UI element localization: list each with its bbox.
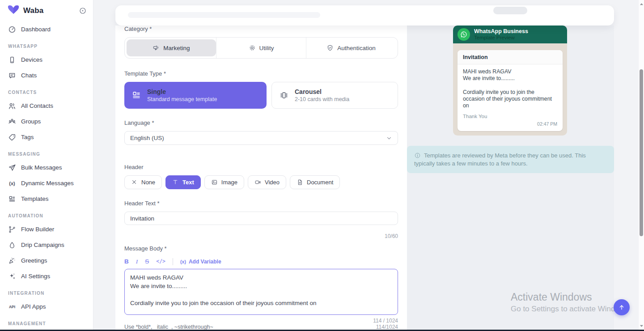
- scrolled-heading-ghost: [128, 12, 320, 18]
- header-label: Header: [124, 164, 398, 171]
- formatting-toolbar: B I S </> (x) Add Variable: [124, 258, 398, 265]
- user-group-icon: [8, 118, 16, 126]
- sidebar-item-label: Greetings: [21, 257, 47, 264]
- scroll-up-arrow-icon[interactable]: [640, 2, 644, 6]
- sidebar-item-greetings[interactable]: Greetings: [0, 253, 93, 268]
- sidebar-item-templates[interactable]: Templates: [0, 191, 93, 207]
- strikethrough-button[interactable]: S: [145, 258, 149, 265]
- sidebar-item-label: AI Settings: [21, 273, 50, 280]
- scroll-to-top-button[interactable]: [614, 299, 630, 315]
- tile-subtitle: Standard message template: [147, 96, 217, 102]
- sidebar-item-label: Templates: [21, 195, 49, 202]
- category-option-label: Marketing: [163, 45, 190, 51]
- sidebar-section-automation: AUTOMATION: [0, 213, 93, 218]
- scrolled-pill-ghost: [493, 7, 527, 14]
- sidebar-item-tags[interactable]: Tags: [0, 129, 93, 145]
- preview-title: WhatsApp Business: [474, 28, 528, 34]
- italic-button[interactable]: I: [136, 258, 138, 265]
- arrow-up-icon: [618, 304, 625, 311]
- smartphone-icon: [8, 56, 16, 64]
- flow-icon: [8, 225, 16, 233]
- document-icon: [297, 179, 303, 186]
- whatsapp-icon: [458, 28, 470, 41]
- header-text-label: Header Text *: [124, 200, 398, 207]
- sidebar-item-label: Dashboard: [21, 26, 51, 33]
- sidebar-item-devices[interactable]: Devices: [0, 52, 93, 68]
- info-icon: [414, 152, 421, 159]
- message-body-meta: Use *bold*, _italic_, ~strikethrough~ 11…: [124, 318, 398, 330]
- category-option-utility[interactable]: Utility: [216, 39, 306, 56]
- gauge-icon: [8, 25, 16, 34]
- sidebar-item-label: Flow Builder: [21, 226, 54, 233]
- image-icon: [211, 179, 218, 186]
- app-title: Waba: [23, 6, 44, 15]
- bubble-timestamp: 02:47 PM: [458, 119, 563, 131]
- header-option-document[interactable]: Document: [290, 175, 340, 189]
- counter-line: 114 / 1024: [373, 318, 398, 324]
- page-scrollbar[interactable]: [638, 0, 644, 331]
- category-option-marketing[interactable]: Marketing: [127, 39, 216, 56]
- sidebar-toggle-icon[interactable]: [79, 7, 87, 15]
- app-window: Waba Dashboard WHATSAPP Devices Chats CO…: [0, 0, 644, 331]
- template-form: Category * Marketing Utility Authenticat…: [115, 25, 407, 331]
- sidebar-section-whatsapp: WHATSAPP: [0, 44, 93, 49]
- bold-button[interactable]: B: [124, 258, 129, 265]
- sidebar-section-contacts: CONTACTS: [0, 90, 93, 95]
- preview-header: WhatsApp Business Template Preview: [453, 25, 567, 43]
- template-icon: [8, 195, 16, 203]
- bubble-footer: Thank You: [458, 110, 563, 119]
- sidebar-item-label: Bulk Messages: [21, 164, 62, 171]
- sidebar-item-label: Drip Campaigns: [21, 242, 64, 248]
- sidebar-item-label: All Contacts: [21, 102, 53, 109]
- sidebar-item-api-apps[interactable]: API API Apps: [0, 299, 93, 314]
- sidebar-item-groups[interactable]: Groups: [0, 114, 93, 129]
- sidebar-item-label: Tags: [21, 134, 34, 140]
- header-text-counter: 10/60: [124, 233, 398, 240]
- header-type-buttons: None Text Image Video Document: [124, 175, 398, 189]
- review-note: Templates are reviewed by Meta before th…: [407, 146, 614, 173]
- add-variable-button[interactable]: (x) Add Variable: [180, 259, 221, 265]
- sidebar-section-messaging: MESSAGING: [0, 152, 93, 157]
- category-label: Category *: [124, 25, 398, 33]
- chat-background: Invitation MAHI weds RAGAV We are invite…: [453, 43, 567, 136]
- variable-icon: (x): [180, 259, 186, 264]
- template-type-label: Template Type *: [124, 70, 398, 77]
- party-icon: [8, 257, 16, 265]
- preview-column: WhatsApp Business Template Preview Invit…: [407, 25, 614, 331]
- sidebar-section-management: MANAGEMENT: [0, 321, 93, 326]
- header-option-image[interactable]: Image: [204, 175, 244, 189]
- sidebar-item-drip-campaigns[interactable]: Drip Campaigns: [0, 237, 93, 253]
- scroll-down-arrow-icon[interactable]: [640, 324, 644, 328]
- sidebar-item-dynamic-messages[interactable]: (x) Dynamic Messages: [0, 175, 93, 191]
- template-type-single[interactable]: Single Standard message template: [124, 82, 267, 109]
- close-icon: [131, 179, 138, 186]
- header-option-text[interactable]: Text: [165, 175, 201, 189]
- sidebar-item-chats[interactable]: Chats: [0, 68, 93, 83]
- sparkles-icon: [8, 272, 16, 280]
- carousel-icon: [279, 90, 289, 100]
- shield-icon: [326, 44, 334, 51]
- sidebar-item-bulk-messages[interactable]: Bulk Messages: [0, 160, 93, 175]
- sidebar: Waba Dashboard WHATSAPP Devices Chats CO…: [0, 0, 93, 331]
- scrollbar-thumb[interactable]: [640, 69, 643, 236]
- header-option-none[interactable]: None: [124, 175, 162, 189]
- sidebar-item-all-contacts[interactable]: All Contacts: [0, 98, 93, 114]
- sidebar-item-label: Devices: [21, 56, 42, 63]
- preview-subtitle: Template Preview: [474, 35, 528, 41]
- sidebar-item-dashboard[interactable]: Dashboard: [0, 21, 93, 37]
- tag-icon: [8, 133, 16, 141]
- sidebar-item-flow-builder[interactable]: Flow Builder: [0, 221, 93, 237]
- message-body-textarea[interactable]: MAHI weds RAGAV We are invite to........…: [124, 269, 398, 315]
- counter-line: 114/1024: [373, 324, 398, 330]
- language-select[interactable]: English (US): [124, 131, 398, 145]
- header-option-video[interactable]: Video: [248, 175, 286, 189]
- code-button[interactable]: </>: [156, 258, 165, 265]
- category-option-authentication[interactable]: Authentication: [306, 39, 396, 56]
- gear-icon: [249, 44, 256, 51]
- header-option-label: None: [141, 179, 155, 186]
- waba-logo-icon: [7, 5, 20, 17]
- template-type-carousel[interactable]: Carousel 2-10 cards with media: [271, 82, 398, 109]
- header-option-label: Text: [182, 179, 194, 186]
- header-text-input[interactable]: Invitation: [124, 212, 398, 225]
- sidebar-item-ai-settings[interactable]: AI Settings: [0, 268, 93, 284]
